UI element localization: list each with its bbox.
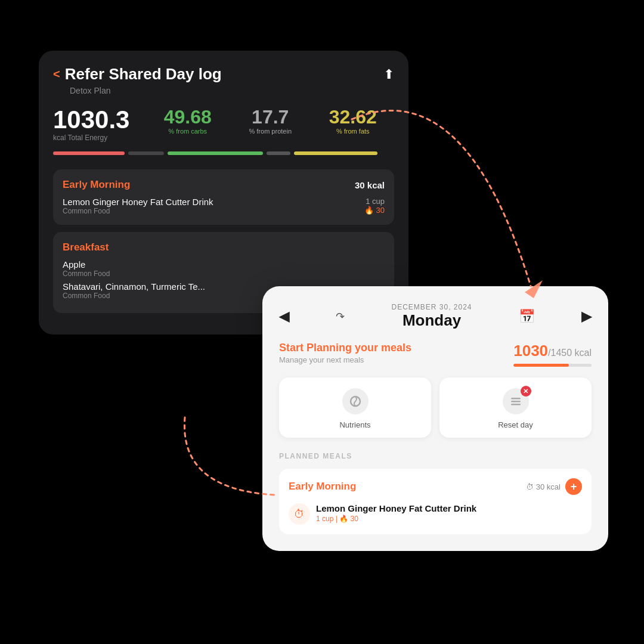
action-buttons: Nutrients ✕ Reset day bbox=[279, 377, 592, 438]
nav-day: Monday bbox=[391, 311, 472, 330]
nutrients-button[interactable]: Nutrients bbox=[279, 377, 431, 438]
food-name-lemon: Lemon Ginger Honey Fat Cutter Drink bbox=[63, 197, 213, 207]
planned-food-meta: 1 cup | 🔥 30 bbox=[316, 515, 476, 523]
food-meta-apple: Common Food bbox=[63, 270, 385, 278]
planned-food-info: Lemon Ginger Honey Fat Cutter Drink 1 cu… bbox=[316, 503, 476, 523]
red-badge: ✕ bbox=[521, 386, 531, 397]
carbs-macro: 49.68 % from carbs bbox=[146, 107, 229, 135]
reset-day-icon: ✕ bbox=[503, 388, 529, 414]
card-title: Refer Shared Day log bbox=[65, 65, 222, 83]
food-right-lemon: 1 cup 🔥 30 bbox=[364, 197, 385, 215]
next-day-button[interactable]: ▶ bbox=[581, 309, 592, 324]
carbs-label: % from carbs bbox=[146, 128, 229, 135]
prev-day-button[interactable]: ◀ bbox=[279, 309, 289, 324]
fats-label: % from fats bbox=[312, 128, 395, 135]
meal-title-breakfast: Breakfast bbox=[63, 242, 109, 253]
share-icon[interactable]: ⬆ bbox=[383, 67, 394, 82]
meal-title-early-morning: Early Morning bbox=[63, 179, 130, 191]
planned-meal-kcal-text: ⏱ 30 kcal bbox=[526, 482, 561, 491]
calendar-icon[interactable]: 📅 bbox=[519, 309, 535, 324]
protein-label: % from protein bbox=[229, 128, 312, 135]
food-item-apple: Apple Common Food bbox=[63, 259, 385, 278]
add-meal-button[interactable]: + bbox=[565, 478, 582, 495]
progress-bar-gray2 bbox=[267, 151, 290, 155]
kcal-progress-bar bbox=[513, 364, 592, 367]
planning-sub: Manage your next meals bbox=[279, 355, 411, 364]
protein-macro: 17.7 % from protein bbox=[229, 107, 312, 135]
food-cal-lemon: 🔥 30 bbox=[364, 206, 385, 215]
planned-meals-label: PLANNED MEALS bbox=[279, 452, 592, 460]
svg-rect-2 bbox=[511, 398, 521, 400]
svg-rect-3 bbox=[511, 401, 521, 402]
svg-rect-4 bbox=[511, 404, 521, 405]
kcal-current: 1030 bbox=[513, 342, 548, 360]
kcal-total: /1450 kcal bbox=[548, 348, 592, 358]
card-subtitle: Detox Plan bbox=[53, 86, 394, 95]
white-card: ◀ ↷ DECEMBER 30, 2024 Monday 📅 ▶ Start P… bbox=[262, 286, 608, 551]
meal-header-early-morning: Early Morning 30 kcal bbox=[63, 179, 385, 191]
nutrition-stats: 1030.3 kcal Total Energy 49.68 % from ca… bbox=[53, 107, 394, 142]
food-meta-lemon: Common Food bbox=[63, 207, 213, 215]
food-serving-lemon: 1 cup bbox=[364, 197, 385, 206]
meal-header-breakfast: Breakfast bbox=[63, 242, 385, 253]
nutrients-icon bbox=[342, 388, 369, 414]
total-energy: 1030.3 kcal Total Energy bbox=[53, 107, 129, 142]
planned-meal-kcal: ⏱ 30 kcal + bbox=[526, 478, 582, 495]
planning-title: Start Planning your meals bbox=[279, 342, 411, 354]
planned-meal-header: Early Morning ⏱ 30 kcal + bbox=[289, 478, 582, 495]
dark-card-header: < Refer Shared Day log ⬆ bbox=[53, 65, 394, 83]
macro-progress-bars bbox=[53, 151, 394, 155]
nav-date: DECEMBER 30, 2024 bbox=[391, 303, 472, 311]
total-energy-label: kcal Total Energy bbox=[53, 134, 129, 142]
protein-value: 17.7 bbox=[229, 107, 312, 126]
progress-bar-yellow bbox=[294, 151, 377, 155]
planning-section: Start Planning your meals Manage your ne… bbox=[279, 342, 592, 367]
fats-value: 32.62 bbox=[312, 107, 395, 126]
kcal-display: 1030/1450 kcal bbox=[513, 342, 592, 367]
food-info-lemon: Lemon Ginger Honey Fat Cutter Drink Comm… bbox=[63, 197, 213, 215]
food-name-apple: Apple bbox=[63, 259, 385, 270]
fats-macro: 32.62 % from fats bbox=[312, 107, 395, 135]
kcal-bar-fill bbox=[513, 364, 569, 367]
nutrients-label: Nutrients bbox=[339, 420, 370, 429]
reset-day-button[interactable]: ✕ Reset day bbox=[439, 377, 592, 438]
reset-day-label: Reset day bbox=[498, 420, 533, 429]
redo-icon[interactable]: ↷ bbox=[336, 310, 345, 323]
food-row-lemon: Lemon Ginger Honey Fat Cutter Drink Comm… bbox=[63, 197, 385, 215]
progress-bar-red bbox=[53, 151, 125, 155]
meal-kcal-early-morning: 30 kcal bbox=[355, 180, 385, 190]
meal-section-early-morning: Early Morning 30 kcal Lemon Ginger Honey… bbox=[53, 169, 394, 225]
nav-center: DECEMBER 30, 2024 Monday bbox=[391, 303, 472, 330]
total-energy-value: 1030.3 bbox=[53, 107, 129, 132]
planning-text: Start Planning your meals Manage your ne… bbox=[279, 342, 411, 364]
progress-bar-green bbox=[168, 151, 263, 155]
white-card-nav: ◀ ↷ DECEMBER 30, 2024 Monday 📅 ▶ bbox=[279, 303, 592, 330]
planned-food-row: ⏱ Lemon Ginger Honey Fat Cutter Drink 1 … bbox=[289, 503, 582, 525]
food-icon-circle: ⏱ bbox=[289, 503, 310, 525]
planned-food-name: Lemon Ginger Honey Fat Cutter Drink bbox=[316, 503, 476, 513]
back-button[interactable]: < Refer Shared Day log bbox=[53, 65, 222, 83]
planned-meal-title: Early Morning bbox=[289, 481, 356, 493]
progress-bar-gray1 bbox=[128, 151, 164, 155]
back-arrow-icon: < bbox=[53, 67, 60, 81]
carbs-value: 49.68 bbox=[146, 107, 229, 126]
planned-meal-section-early-morning: Early Morning ⏱ 30 kcal + ⏱ Lemon Ginger… bbox=[279, 469, 592, 534]
